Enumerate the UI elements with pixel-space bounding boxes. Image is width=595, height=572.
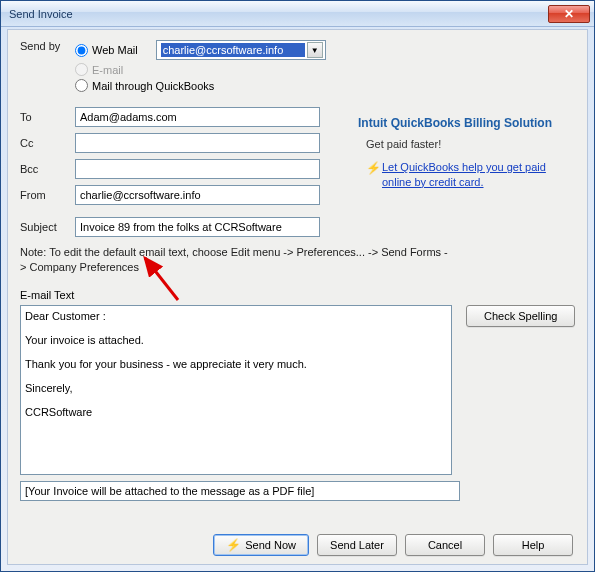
bcc-field[interactable] bbox=[75, 159, 320, 179]
promo-link[interactable]: Let QuickBooks help you get paid online … bbox=[382, 161, 546, 188]
radio-webmail-label: Web Mail bbox=[92, 44, 138, 56]
send-now-button[interactable]: ⚡ Send Now bbox=[213, 534, 309, 556]
from-field[interactable] bbox=[75, 185, 320, 205]
cc-field[interactable] bbox=[75, 133, 320, 153]
footer-buttons: ⚡ Send Now Send Later Cancel Help bbox=[213, 534, 573, 556]
promo-subtitle: Get paid faster! bbox=[366, 138, 573, 150]
help-button[interactable]: Help bbox=[493, 534, 573, 556]
bolt-icon: ⚡ bbox=[366, 161, 378, 175]
check-spelling-button[interactable]: Check Spelling bbox=[466, 305, 575, 327]
radio-mailqb[interactable] bbox=[75, 79, 88, 92]
billing-promo: Intuit QuickBooks Billing Solution Get p… bbox=[358, 116, 573, 190]
radio-email-label: E-mail bbox=[92, 64, 123, 76]
radio-webmail[interactable] bbox=[75, 44, 88, 57]
from-label: From bbox=[20, 189, 75, 201]
radio-email[interactable] bbox=[75, 63, 88, 76]
email-text-label: E-mail Text bbox=[20, 289, 575, 301]
to-field[interactable] bbox=[75, 107, 320, 127]
cc-label: Cc bbox=[20, 137, 75, 149]
bcc-label: Bcc bbox=[20, 163, 75, 175]
send-later-button[interactable]: Send Later bbox=[317, 534, 397, 556]
email-body-textarea[interactable] bbox=[20, 305, 452, 475]
bolt-icon: ⚡ bbox=[226, 538, 241, 552]
webmail-account-dropdown[interactable]: charlie@ccrsoftware.info ▼ bbox=[156, 40, 326, 60]
subject-label: Subject bbox=[20, 221, 75, 233]
titlebar: Send Invoice ✕ bbox=[1, 1, 594, 27]
close-button[interactable]: ✕ bbox=[548, 5, 590, 23]
dialog-content: Send by Web Mail charlie@ccrsoftware.inf… bbox=[7, 29, 588, 565]
cancel-button[interactable]: Cancel bbox=[405, 534, 485, 556]
send-invoice-window: Send Invoice ✕ Send by Web Mail charlie@… bbox=[0, 0, 595, 572]
promo-title: Intuit QuickBooks Billing Solution bbox=[358, 116, 573, 130]
chevron-down-icon: ▼ bbox=[307, 42, 323, 58]
edit-default-note: Note: To edit the default email text, ch… bbox=[20, 245, 450, 275]
to-label: To bbox=[20, 111, 75, 123]
close-icon: ✕ bbox=[564, 7, 574, 21]
window-title: Send Invoice bbox=[9, 8, 548, 20]
subject-field[interactable] bbox=[75, 217, 320, 237]
dropdown-selected: charlie@ccrsoftware.info bbox=[161, 43, 305, 57]
sendby-label: Send by bbox=[20, 40, 75, 52]
radio-mailqb-label: Mail through QuickBooks bbox=[92, 80, 214, 92]
attachment-note: [Your Invoice will be attached to the me… bbox=[20, 481, 460, 501]
